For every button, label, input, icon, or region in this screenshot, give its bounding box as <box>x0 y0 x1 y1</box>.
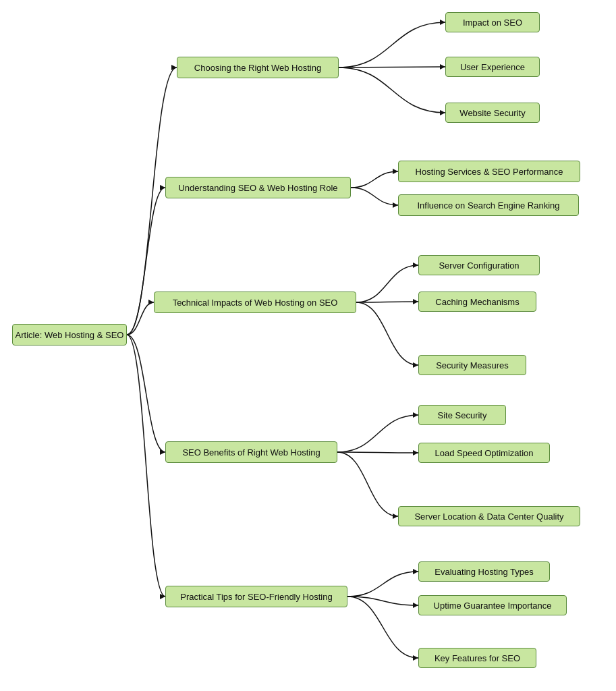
node-n3c: Security Measures <box>418 355 526 375</box>
connection-n5-n5a <box>347 572 418 597</box>
arrow-n5-n5c <box>413 655 418 661</box>
node-n1b: User Experience <box>445 57 540 77</box>
connection-n3-n3a <box>356 265 418 302</box>
node-n5c: Key Features for SEO <box>418 648 536 668</box>
node-root: Article: Web Hosting & SEO <box>12 324 127 346</box>
node-n4: SEO Benefits of Right Web Hosting <box>165 441 337 463</box>
connection-root-n4 <box>127 335 165 452</box>
node-n5: Practical Tips for SEO-Friendly Hosting <box>165 586 347 607</box>
node-n3a: Server Configuration <box>418 255 540 275</box>
connection-n2-n2a <box>351 171 398 188</box>
arrow-n2-n2b <box>393 202 398 208</box>
node-n5a: Evaluating Hosting Types <box>418 561 550 582</box>
connection-root-n5 <box>127 335 165 597</box>
connection-root-n3 <box>127 302 154 335</box>
arrow-n5-n5b <box>413 603 418 608</box>
connection-n5-n5b <box>347 597 418 605</box>
arrow-n1-n1c <box>440 110 445 115</box>
arrow-n2-n2a <box>393 169 398 174</box>
arrow-root-n1 <box>171 65 177 70</box>
node-n3: Technical Impacts of Web Hosting on SEO <box>154 292 356 313</box>
connection-n2-n2b <box>351 188 398 205</box>
node-n4b: Load Speed Optimization <box>418 443 550 463</box>
connection-n3-n3b <box>356 302 418 302</box>
connection-n3-n3c <box>356 302 418 365</box>
arrow-n4-n4b <box>413 450 418 455</box>
arrow-n4-n4c <box>393 514 398 519</box>
arrow-root-n3 <box>148 300 154 305</box>
connection-n5-n5c <box>347 597 418 658</box>
arrow-n1-n1a <box>440 20 445 25</box>
node-n2a: Hosting Services & SEO Performance <box>398 161 580 182</box>
arrow-root-n5 <box>160 594 165 599</box>
connection-n1-n1c <box>339 67 445 113</box>
node-n2b: Influence on Search Engine Ranking <box>398 194 579 216</box>
arrow-root-n2 <box>160 185 165 190</box>
node-n1: Choosing the Right Web Hosting <box>177 57 339 78</box>
arrow-root-n4 <box>160 449 165 455</box>
arrow-n3-n3a <box>413 262 418 268</box>
node-n1a: Impact on SEO <box>445 12 540 32</box>
arrow-n1-n1b <box>440 64 445 70</box>
mind-map-container: Article: Web Hosting & SEOChoosing the R… <box>0 0 616 691</box>
connection-n1-n1b <box>339 67 445 67</box>
arrow-n5-n5a <box>413 569 418 574</box>
arrow-n4-n4a <box>413 412 418 418</box>
node-n3b: Caching Mechanisms <box>418 292 536 312</box>
connection-n4-n4b <box>337 452 418 453</box>
connection-n1-n1a <box>339 22 445 67</box>
arrow-n3-n3c <box>413 362 418 368</box>
connection-n4-n4c <box>337 452 398 516</box>
node-n1c: Website Security <box>445 103 540 123</box>
node-n4c: Server Location & Data Center Quality <box>398 506 580 526</box>
node-n4a: Site Security <box>418 405 506 425</box>
connection-n4-n4a <box>337 415 418 452</box>
arrow-n3-n3b <box>413 299 418 304</box>
node-n2: Understanding SEO & Web Hosting Role <box>165 177 351 198</box>
node-n5b: Uptime Guarantee Importance <box>418 595 567 615</box>
